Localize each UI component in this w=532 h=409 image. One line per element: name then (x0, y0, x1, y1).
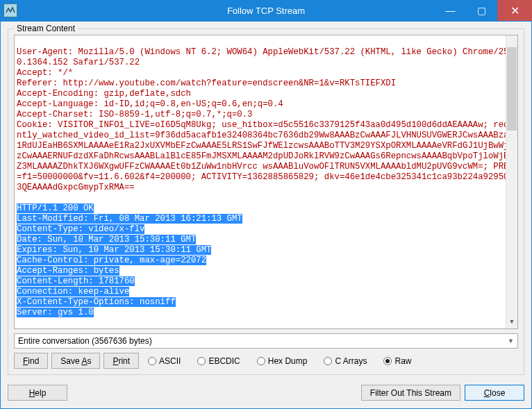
close-window-button[interactable]: ✕ (497, 0, 532, 21)
window-title: Follow TCP Stream (227, 6, 305, 16)
conversation-dropdown[interactable]: Entire conversation (3567636 bytes) ▼ (14, 333, 518, 349)
title-bar: Follow TCP Stream — ▢ ✕ (0, 0, 532, 21)
close-button[interactable]: Close (465, 385, 524, 401)
stream-content-group: Stream Content User-Agent: Mozilla/5.0 (… (8, 28, 524, 375)
chevron-down-icon: ▼ (508, 337, 514, 344)
scroll-down-icon[interactable]: ▼ (506, 317, 517, 328)
scrollbar[interactable]: ▲ ▼ (506, 35, 517, 328)
filter-out-stream-button[interactable]: Filter Out This Stream (361, 385, 460, 401)
maximize-button[interactable]: ▢ (466, 0, 497, 21)
radio-hexdump[interactable]: Hex Dump (257, 356, 308, 366)
dropdown-value: Entire conversation (3567636 bytes) (18, 336, 152, 346)
save-as-button[interactable]: Save As (51, 353, 100, 369)
binary-dump: ..}.d.;..eAH../....v.A..R..\..s.*.3.7.A.… (17, 328, 478, 329)
print-button[interactable]: Print (103, 353, 139, 369)
stream-textarea[interactable]: User-Agent: Mozilla/5.0 (Windows NT 6.2;… (14, 35, 518, 329)
radio-raw[interactable]: Raw (383, 356, 411, 366)
display-format-group: ASCII EBCDIC Hex Dump C Arrays Raw (148, 356, 518, 366)
radio-carrays[interactable]: C Arrays (324, 356, 367, 366)
minimize-button[interactable]: — (435, 0, 466, 21)
response-text: HTTP/1.1 200 OK Last-Modified: Fri, 08 M… (17, 203, 242, 317)
stream-content-label: Stream Content (14, 24, 78, 33)
request-text: User-Agent: Mozilla/5.0 (Windows NT 6.2;… (17, 47, 514, 192)
scroll-thumb[interactable] (507, 47, 517, 131)
radio-ascii[interactable]: ASCII (148, 356, 181, 366)
radio-ebcdic[interactable]: EBCDIC (197, 356, 240, 366)
help-button[interactable]: Help (8, 385, 67, 401)
app-icon (3, 3, 17, 17)
find-button[interactable]: Find (14, 353, 48, 369)
